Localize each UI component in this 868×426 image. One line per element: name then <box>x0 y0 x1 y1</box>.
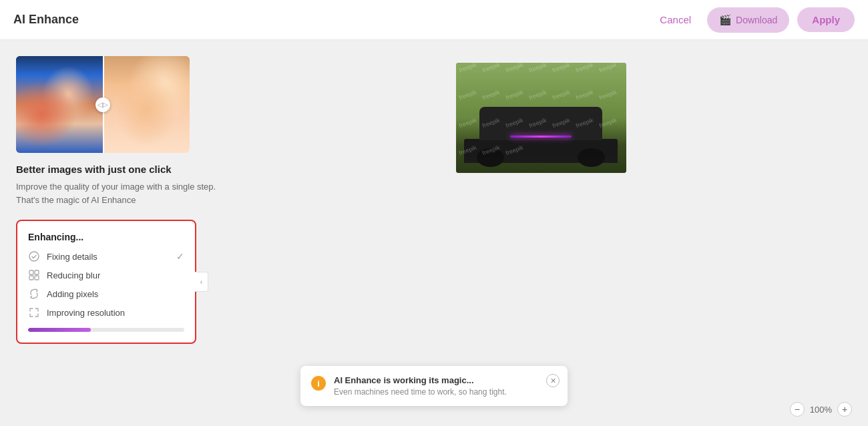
app-header: AI Enhance Cancel 🎬 Download Apply <box>0 0 868 40</box>
svg-rect-1 <box>29 270 33 274</box>
step-reducing-blur: Reducing blur <box>28 269 184 281</box>
progress-bar-container <box>28 328 184 332</box>
enhancing-box: Enhancing... Fixing details ✓ <box>16 220 196 344</box>
notification-toast: i AI Enhance is working its magic... Eve… <box>300 366 568 406</box>
car-background <box>456 63 626 173</box>
enhancing-title: Enhancing... <box>28 232 184 242</box>
step-fixing-details: Fixing details ✓ <box>28 250 184 262</box>
description-text: Improve the quality of your image with a… <box>16 180 216 206</box>
video-icon: 🎬 <box>719 14 732 26</box>
notification-close-button[interactable]: ✕ <box>546 374 560 387</box>
zoom-level: 100% <box>810 405 832 415</box>
step-icon-pixels <box>28 288 40 300</box>
svg-rect-4 <box>35 276 39 280</box>
svg-point-0 <box>29 252 39 261</box>
notification-icon: i <box>311 376 326 391</box>
step-check-fixing: ✓ <box>176 251 184 262</box>
step-label-pixels: Adding pixels <box>47 289 98 299</box>
step-label-resolution: Improving resolution <box>47 308 125 318</box>
car-preview-image: freepik freepik freepik freepik freepik … <box>456 63 626 173</box>
svg-rect-3 <box>29 276 33 280</box>
notification-subtitle: Even machines need time to work, so hang… <box>334 387 507 397</box>
download-button[interactable]: 🎬 Download <box>707 7 789 33</box>
svg-rect-2 <box>35 270 39 274</box>
left-panel: ◁▷ Better images with just one click Imp… <box>16 56 216 410</box>
before-after-preview: ◁▷ <box>16 56 190 153</box>
after-image <box>103 56 190 153</box>
notification-body: AI Enhance is working its magic... Even … <box>334 375 507 397</box>
image-preview-area: freepik freepik freepik freepik freepik … <box>230 56 852 410</box>
step-adding-pixels: Adding pixels <box>28 288 184 300</box>
header-actions: Cancel 🎬 Download Apply <box>652 7 855 33</box>
step-icon-blur <box>28 269 40 281</box>
notification-title: AI Enhance is working its magic... <box>334 375 507 385</box>
cancel-button[interactable]: Cancel <box>652 9 699 31</box>
zoom-controls: − 100% + <box>790 402 852 417</box>
app-title: AI Enhance <box>13 13 79 27</box>
main-content: ◁▷ Better images with just one click Imp… <box>0 40 868 426</box>
collapse-panel-button[interactable]: ‹ <box>195 272 208 292</box>
step-icon-resolution <box>28 306 40 318</box>
progress-bar-fill <box>28 328 91 332</box>
before-image <box>16 56 103 153</box>
divider-handle[interactable]: ◁▷ <box>95 97 110 112</box>
zoom-in-button[interactable]: + <box>837 402 852 417</box>
step-label-blur: Reducing blur <box>47 270 100 280</box>
description-title: Better images with just one click <box>16 164 216 175</box>
apply-button[interactable]: Apply <box>797 7 855 32</box>
step-label-fixing: Fixing details <box>47 252 97 262</box>
zoom-out-button[interactable]: − <box>790 402 805 417</box>
step-improving-resolution: Improving resolution <box>28 306 184 318</box>
step-icon-fixing <box>28 250 40 262</box>
